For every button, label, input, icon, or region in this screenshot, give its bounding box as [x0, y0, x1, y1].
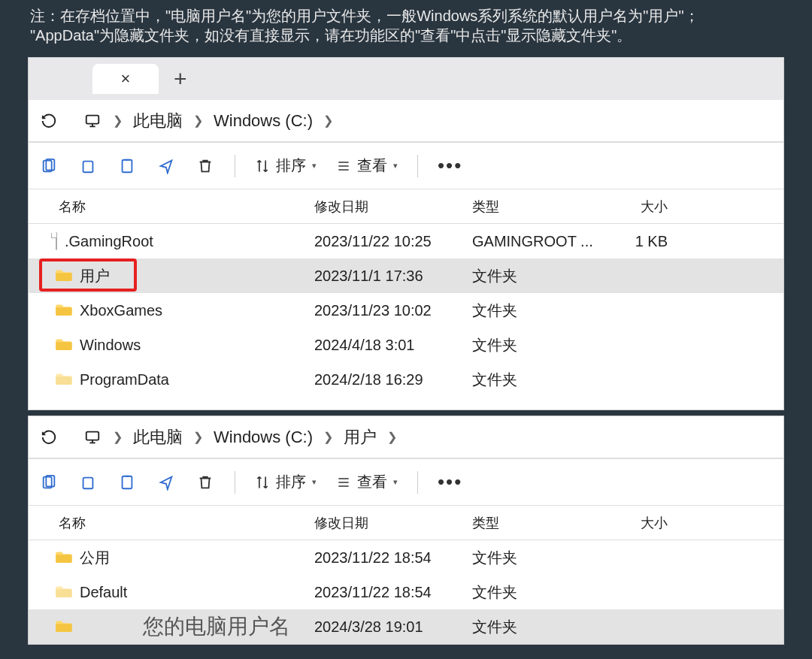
sort-button[interactable]: 排序 ▾ — [255, 472, 317, 492]
new-icon[interactable] — [39, 473, 59, 492]
item-size: 1 KB — [607, 233, 698, 250]
sort-label: 排序 — [276, 472, 306, 492]
crumb-thispc[interactable]: 此电脑 — [133, 110, 183, 132]
item-type: 文件夹 — [472, 370, 607, 390]
more-button[interactable]: ••• — [438, 154, 462, 177]
table-row[interactable]: 用户2023/11/1 17:36文件夹 — [29, 258, 783, 293]
svg-rect-5 — [86, 431, 99, 440]
share-icon[interactable] — [156, 156, 176, 176]
item-type: 文件夹 — [472, 335, 607, 355]
paste-icon[interactable] — [117, 473, 137, 492]
svg-rect-9 — [123, 476, 132, 488]
crumb-drive[interactable]: Windows (C:) — [214, 111, 313, 131]
explorer-window-1: × + ❯ 此电脑 ❯ Windows (C:) ❯ 排序 ▾ 查看 ▾ — [28, 57, 784, 410]
paste-icon[interactable] — [117, 156, 137, 176]
col-date[interactable]: 修改日期 — [314, 514, 472, 532]
toolbar: 排序 ▾ 查看 ▾ ••• — [29, 459, 783, 506]
delete-icon[interactable] — [195, 156, 215, 176]
more-button[interactable]: ••• — [438, 470, 462, 494]
svg-rect-4 — [123, 159, 132, 172]
item-date: 2023/11/22 18:54 — [314, 584, 472, 601]
folder-icon — [56, 302, 72, 319]
item-name: 公用 — [80, 548, 110, 568]
toolbar: 排序 ▾ 查看 ▾ ••• — [29, 143, 783, 189]
delete-icon[interactable] — [195, 473, 215, 492]
table-row[interactable]: Windows2024/4/18 3:01文件夹 — [29, 328, 783, 362]
folder-icon — [56, 268, 72, 285]
caret-down-icon: ▾ — [312, 161, 317, 171]
sort-button[interactable]: 排序 ▾ — [255, 156, 317, 176]
col-name[interactable]: 名称 — [29, 514, 314, 532]
crumb-users[interactable]: 用户 — [344, 426, 377, 449]
item-type: GAMINGROOT ... — [472, 233, 607, 250]
chevron-right-icon: ❯ — [110, 430, 126, 444]
table-row[interactable]: Default2023/11/22 18:54文件夹 — [29, 575, 783, 609]
table-row[interactable]: .GamingRoot2023/11/22 10:25GAMINGROOT ..… — [29, 224, 783, 258]
crumb-thispc[interactable]: 此电脑 — [133, 426, 183, 449]
file-list: .GamingRoot2023/11/22 10:25GAMINGROOT ..… — [29, 224, 783, 397]
col-type[interactable]: 类型 — [472, 514, 607, 532]
separator — [235, 155, 235, 177]
view-label: 查看 — [357, 156, 387, 176]
chevron-right-icon: ❯ — [110, 113, 126, 128]
username-overlay: 您的电脑用户名 — [141, 612, 292, 641]
caret-down-icon: ▾ — [312, 477, 317, 487]
separator — [417, 155, 418, 177]
separator — [235, 471, 235, 494]
col-size[interactable]: 大小 — [607, 198, 698, 216]
monitor-icon[interactable] — [83, 428, 102, 447]
item-name: Default — [80, 584, 127, 601]
item-name: XboxGames — [80, 302, 162, 319]
item-date: 2024/3/28 19:01 — [314, 618, 472, 636]
copy-icon[interactable] — [78, 156, 98, 176]
table-row[interactable]: ProgramData2024/2/18 16:29文件夹 — [29, 362, 783, 397]
note-line2: "AppData"为隐藏文件夹，如没有直接显示，请在功能区的"查看"中点击"显示… — [30, 26, 782, 45]
refresh-icon[interactable] — [39, 111, 59, 131]
folder-icon — [56, 371, 72, 388]
file-icon — [56, 233, 57, 250]
item-type: 文件夹 — [472, 582, 607, 603]
col-date[interactable]: 修改日期 — [314, 198, 472, 216]
note-line1: 注：在存档位置中，"电脑用户名"为您的用户文件夹，一般Windows系列系统的默… — [30, 6, 782, 26]
item-date: 2023/11/22 10:25 — [314, 233, 472, 250]
column-headers: 名称 修改日期 类型 大小 — [29, 189, 783, 224]
sort-label: 排序 — [276, 156, 306, 176]
view-button[interactable]: 查看 ▾ — [336, 472, 398, 492]
caret-down-icon: ▾ — [393, 477, 398, 487]
item-date: 2024/4/18 3:01 — [314, 337, 472, 354]
copy-icon[interactable] — [78, 473, 98, 492]
item-type: 文件夹 — [472, 617, 607, 637]
folder-icon — [56, 337, 72, 354]
chevron-right-icon: ❯ — [320, 430, 336, 444]
chevron-right-icon: ❯ — [190, 430, 206, 444]
item-name: 用户 — [80, 266, 110, 286]
share-icon[interactable] — [156, 473, 176, 492]
monitor-icon[interactable] — [83, 111, 102, 131]
new-tab-button[interactable]: + — [174, 66, 187, 92]
crumb-drive[interactable]: Windows (C:) — [214, 428, 313, 447]
folder-icon — [56, 584, 72, 601]
item-name: Windows — [80, 337, 141, 354]
col-type[interactable]: 类型 — [472, 198, 607, 216]
col-size[interactable]: 大小 — [607, 514, 698, 532]
svg-rect-8 — [83, 477, 93, 488]
chevron-right-icon: ❯ — [320, 113, 336, 128]
tab-close-button[interactable]: × — [92, 64, 159, 94]
item-type: 文件夹 — [472, 548, 607, 568]
separator — [417, 471, 418, 494]
file-list: 公用2023/11/22 18:54文件夹Default2023/11/22 1… — [29, 540, 783, 644]
col-name[interactable]: 名称 — [29, 198, 314, 216]
refresh-icon[interactable] — [39, 428, 59, 447]
item-date: 2023/11/23 10:02 — [314, 302, 472, 319]
view-label: 查看 — [357, 472, 387, 492]
table-row[interactable]: 公用2023/11/22 18:54文件夹 — [29, 540, 783, 575]
item-date: 2023/11/1 17:36 — [314, 268, 472, 285]
item-date: 2023/11/22 18:54 — [314, 549, 472, 567]
view-button[interactable]: 查看 ▾ — [336, 156, 398, 176]
svg-rect-0 — [86, 115, 99, 123]
table-row[interactable]: XboxGames2023/11/23 10:02文件夹 — [29, 293, 783, 328]
item-name: ProgramData — [80, 371, 169, 388]
chevron-right-icon: ❯ — [190, 113, 206, 128]
column-headers: 名称 修改日期 类型 大小 — [29, 506, 783, 540]
new-icon[interactable] — [39, 156, 59, 176]
